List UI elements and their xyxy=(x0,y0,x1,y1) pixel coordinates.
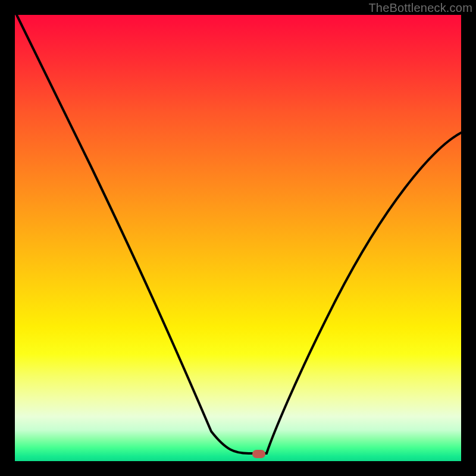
bottleneck-curve xyxy=(15,15,461,461)
chart-frame: TheBottleneck.com xyxy=(0,0,476,476)
gradient-plot-area xyxy=(15,15,461,461)
curve-path xyxy=(17,15,461,453)
optimal-point-marker xyxy=(252,450,265,458)
watermark-text: TheBottleneck.com xyxy=(368,1,472,15)
